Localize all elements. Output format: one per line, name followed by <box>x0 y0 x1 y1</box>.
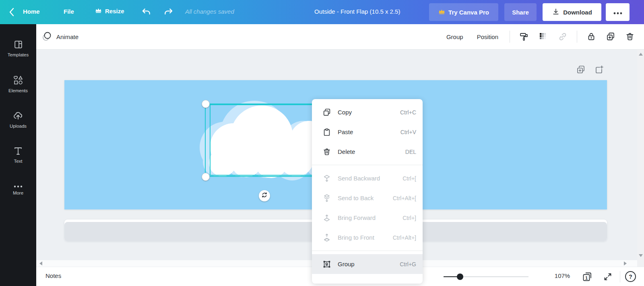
send-backward-icon <box>322 174 332 183</box>
menu-item-bring-forward[interactable]: Bring Forward Ctrl+] <box>312 208 423 228</box>
page-actions <box>576 64 605 75</box>
resize-button[interactable]: Resize <box>95 7 124 15</box>
selection-handle-bottom-left[interactable] <box>202 173 210 181</box>
rotate-icon <box>261 192 268 200</box>
sidebar-item-more[interactable]: More <box>0 172 36 208</box>
menu-item-label: Paste <box>338 128 353 135</box>
zoom-slider[interactable] <box>444 276 528 277</box>
page-number: 1 <box>585 276 588 280</box>
duplicate-page-icon[interactable] <box>576 64 586 75</box>
file-label: File <box>64 8 74 15</box>
group-button[interactable]: Group <box>442 30 468 44</box>
share-button[interactable]: Share <box>504 3 537 21</box>
download-button[interactable]: Download <box>543 3 601 21</box>
menu-item-shortcut: Ctrl+G <box>400 261 416 267</box>
menu-item-shortcut: Ctrl+Alt+[ <box>393 195 416 201</box>
menu-item-group[interactable]: Group Ctrl+G <box>312 254 423 274</box>
toolbar-right-cluster: Group Position <box>442 29 638 44</box>
pages-icon[interactable]: 1 <box>582 271 593 284</box>
menu-item-send-backward[interactable]: Send Backward Ctrl+[ <box>312 168 423 188</box>
menu-item-delete[interactable]: Delete DEL <box>312 142 423 162</box>
sidebar-item-templates[interactable]: Templates <box>0 31 36 66</box>
ellipsis-icon <box>613 9 622 16</box>
more-dots-icon <box>13 185 23 188</box>
menu-item-shortcut: Ctrl+V <box>400 129 416 135</box>
more-options-button[interactable] <box>606 3 630 21</box>
canva-editor: Home File Resize All changes saved Outsi… <box>0 0 644 286</box>
zoom-level[interactable]: 107% <box>548 272 576 279</box>
context-menu: Copy Ctrl+C Paste Ctrl+V Delete DEL <box>312 99 423 284</box>
scroll-up-icon[interactable] <box>639 53 643 56</box>
statusbar-divider <box>620 271 620 282</box>
try-canva-pro-button[interactable]: Try Canva Pro <box>429 3 498 21</box>
menu-item-send-to-back[interactable]: Send to Back Ctrl+Alt+[ <box>312 188 423 208</box>
menu-item-shortcut: Ctrl+] <box>402 215 416 221</box>
menu-item-label: Send Backward <box>338 175 380 182</box>
file-menu-button[interactable]: File <box>64 8 74 15</box>
zoom-slider-thumb[interactable] <box>457 274 463 280</box>
menu-item-copy[interactable]: Copy Ctrl+C <box>312 102 423 122</box>
paint-roller-icon[interactable] <box>516 29 532 44</box>
redo-icon[interactable] <box>163 7 174 19</box>
vertical-scrollbar[interactable] <box>637 50 644 260</box>
sidebar-item-uploads[interactable]: Uploads <box>0 102 36 137</box>
menu-separator <box>312 165 423 165</box>
help-icon[interactable]: ? <box>625 271 636 282</box>
notes-button[interactable]: Notes <box>45 272 61 279</box>
home-button[interactable]: Home <box>23 8 40 15</box>
scroll-down-icon[interactable] <box>639 254 643 257</box>
bring-forward-icon <box>322 213 332 222</box>
animate-icon <box>42 31 52 43</box>
templates-icon <box>13 39 23 50</box>
fullscreen-icon[interactable] <box>603 272 613 283</box>
position-button[interactable]: Position <box>472 30 503 44</box>
delete-icon <box>322 147 332 156</box>
back-chevron-icon[interactable] <box>9 7 14 19</box>
menu-item-bring-to-front[interactable]: Bring to Front Ctrl+Alt+] <box>312 228 423 247</box>
try-pro-label: Try Canva Pro <box>448 9 489 16</box>
sidebar-label: Text <box>14 159 22 164</box>
link-icon[interactable] <box>555 29 570 44</box>
copy-icon <box>322 108 332 117</box>
scrollbar-corner <box>637 260 644 267</box>
toolbar-divider <box>577 31 577 43</box>
bring-to-front-icon <box>322 233 332 242</box>
menu-item-shortcut: Ctrl+[ <box>402 175 416 182</box>
duplicate-icon[interactable] <box>603 29 618 44</box>
animate-label: Animate <box>56 33 78 40</box>
selection-handle-top-left[interactable] <box>202 100 210 108</box>
menu-item-shortcut: Ctrl+C <box>400 109 416 116</box>
undo-icon[interactable] <box>141 7 151 19</box>
menu-item-label: Delete <box>338 148 355 155</box>
crown-gold-icon <box>438 8 445 16</box>
menu-separator <box>312 251 423 251</box>
menu-item-label: Bring to Front <box>338 234 374 241</box>
sidebar-item-text[interactable]: Text <box>0 137 36 172</box>
menu-item-shortcut: DEL <box>405 149 416 155</box>
menu-item-label: Group <box>338 261 355 267</box>
crown-icon <box>95 7 102 15</box>
group-icon <box>322 260 332 269</box>
scroll-left-icon[interactable] <box>39 261 42 265</box>
sidebar-item-elements[interactable]: Elements <box>0 66 36 102</box>
toolbar-divider <box>510 31 510 43</box>
top-bar: Home File Resize All changes saved Outsi… <box>0 0 644 24</box>
animate-button[interactable]: Animate <box>42 31 78 43</box>
design-title[interactable]: Outside - Front Flap (10.5 x 2.5) <box>314 8 400 15</box>
selection-bounds-inner <box>210 104 319 176</box>
add-page-icon[interactable] <box>594 64 605 75</box>
download-icon <box>552 8 560 17</box>
share-label: Share <box>512 9 529 16</box>
transparency-icon[interactable] <box>536 29 551 44</box>
sidebar-label: Templates <box>8 52 29 57</box>
menu-item-label: Copy <box>338 109 352 116</box>
context-toolbar: Animate Group Position <box>36 24 644 50</box>
menu-item-paste[interactable]: Paste Ctrl+V <box>312 122 423 142</box>
sidebar: Templates Elements Uploads <box>0 24 36 286</box>
scroll-right-icon[interactable] <box>624 261 627 265</box>
rotate-handle[interactable] <box>259 190 270 201</box>
lock-icon[interactable] <box>584 29 599 44</box>
download-label: Download <box>563 9 592 16</box>
trash-icon[interactable] <box>622 29 638 44</box>
sidebar-label: More <box>13 191 23 195</box>
